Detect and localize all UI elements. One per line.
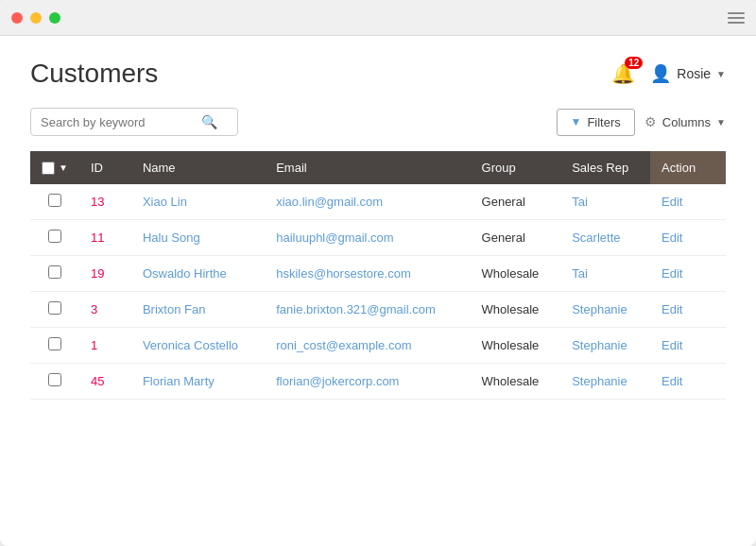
edit-link[interactable]: Edit: [662, 338, 682, 352]
row-group: General: [471, 184, 561, 220]
header-action: Action: [650, 151, 726, 184]
traffic-light-red[interactable]: [11, 12, 23, 24]
row-checkbox-cell: [30, 184, 79, 220]
header-sales-rep: Sales Rep: [560, 151, 650, 184]
user-menu[interactable]: 👤 Rosie ▼: [650, 63, 726, 84]
row-action: Edit: [650, 220, 726, 256]
columns-button[interactable]: ⚙ Columns ▼: [644, 114, 726, 129]
row-email: hskiles@horsestore.com: [265, 256, 470, 292]
row-id: 19: [79, 256, 131, 292]
row-checkbox-2[interactable]: [48, 265, 61, 279]
row-email: fanie.brixton.321@gmail.com: [265, 292, 470, 328]
table-header-row: ▼ ID Name Email Group Sales Rep Action: [30, 151, 726, 184]
row-id: 13: [79, 184, 131, 220]
notification-bell[interactable]: 🔔 12: [611, 62, 635, 85]
edit-link[interactable]: Edit: [662, 230, 682, 245]
hamburger-line: [728, 17, 745, 19]
table-row: 19 Oswaldo Hirthe hskiles@horsestore.com…: [30, 256, 726, 292]
traffic-light-green[interactable]: [49, 12, 60, 24]
row-action: Edit: [650, 256, 726, 292]
customers-table: ▼ ID Name Email Group Sales Rep Action 1…: [30, 151, 726, 400]
header-checkbox-col: ▼: [30, 151, 79, 184]
row-sales-rep: Tai: [560, 256, 650, 292]
table-row: 3 Brixton Fan fanie.brixton.321@gmail.co…: [30, 292, 726, 328]
row-checkbox-4[interactable]: [48, 337, 61, 350]
title-bar: [0, 0, 756, 36]
row-checkbox-cell: [30, 328, 79, 364]
toolbar-right: ▼ Filters ⚙ Columns ▼: [557, 109, 726, 136]
chevron-down-icon: ▼: [716, 69, 726, 79]
header-group: Group: [471, 151, 561, 184]
search-input[interactable]: [41, 115, 201, 129]
edit-link[interactable]: Edit: [662, 374, 682, 388]
row-checkbox-cell: [30, 220, 79, 256]
header-checkbox-chevron-icon[interactable]: ▼: [59, 162, 68, 173]
table-header: ▼ ID Name Email Group Sales Rep Action: [30, 151, 726, 184]
filters-button[interactable]: ▼ Filters: [557, 109, 635, 136]
row-checkbox-5[interactable]: [48, 373, 61, 386]
header-id: ID: [79, 151, 131, 184]
row-action: Edit: [650, 328, 726, 364]
table-row: 11 Halu Song hailuuphl@gmail.com General…: [30, 220, 726, 256]
row-checkbox-cell: [30, 256, 79, 292]
row-sales-rep: Stephanie: [560, 364, 650, 400]
user-name-label: Rosie: [677, 66, 711, 81]
header-actions: 🔔 12 👤 Rosie ▼: [611, 62, 726, 85]
row-email: hailuuphl@gmail.com: [265, 220, 470, 256]
row-sales-rep: Tai: [560, 184, 650, 220]
edit-link[interactable]: Edit: [662, 195, 682, 209]
edit-link[interactable]: Edit: [662, 302, 682, 316]
edit-link[interactable]: Edit: [662, 266, 682, 281]
table-body: 13 Xiao Lin xiao.lin@gmail.com General T…: [30, 184, 726, 400]
row-email: florian@jokercorp.com: [265, 364, 470, 400]
header-email: Email: [265, 151, 470, 184]
table-row: 1 Veronica Costello roni_cost@example.co…: [30, 328, 726, 364]
row-group: Wholesale: [471, 328, 561, 364]
notification-badge: 12: [625, 57, 643, 69]
row-group: Wholesale: [471, 292, 561, 328]
row-action: Edit: [650, 292, 726, 328]
page-title: Customers: [30, 59, 158, 89]
row-name: Halu Song: [131, 220, 265, 256]
row-checkbox-3[interactable]: [48, 301, 61, 315]
app-window: Customers 🔔 12 👤 Rosie ▼ 🔍: [0, 0, 756, 546]
hamburger-line: [728, 12, 745, 14]
row-name: Brixton Fan: [131, 292, 265, 328]
hamburger-menu-icon[interactable]: [728, 12, 745, 24]
row-checkbox-cell: [30, 364, 79, 400]
row-checkbox-1[interactable]: [48, 230, 61, 243]
row-name: Xiao Lin: [131, 184, 265, 220]
table-row: 13 Xiao Lin xiao.lin@gmail.com General T…: [30, 184, 726, 220]
row-group: Wholesale: [471, 256, 561, 292]
columns-chevron-icon: ▼: [716, 117, 726, 128]
row-action: Edit: [650, 184, 726, 220]
toolbar: 🔍 ▼ Filters ⚙ Columns ▼: [30, 108, 726, 136]
gear-icon: ⚙: [644, 114, 657, 129]
row-checkbox-0[interactable]: [48, 194, 61, 207]
row-action: Edit: [650, 364, 726, 400]
row-email: roni_cost@example.com: [265, 328, 470, 364]
row-name: Veronica Costello: [131, 328, 265, 364]
row-email: xiao.lin@gmail.com: [265, 184, 470, 220]
row-name: Oswaldo Hirthe: [131, 256, 265, 292]
row-sales-rep: Scarlette: [560, 220, 650, 256]
header-checkbox-area: ▼: [42, 162, 68, 175]
filters-label: Filters: [587, 115, 620, 129]
user-avatar-icon: 👤: [650, 63, 671, 84]
row-id: 45: [79, 364, 131, 400]
search-box[interactable]: 🔍: [30, 108, 238, 136]
row-id: 11: [79, 220, 131, 256]
row-sales-rep: Stephanie: [560, 292, 650, 328]
row-checkbox-cell: [30, 292, 79, 328]
columns-label: Columns: [662, 115, 711, 129]
main-content: Customers 🔔 12 👤 Rosie ▼ 🔍: [0, 36, 756, 546]
page-header: Customers 🔔 12 👤 Rosie ▼: [30, 59, 726, 89]
traffic-light-yellow[interactable]: [30, 12, 42, 24]
row-group: General: [471, 220, 561, 256]
row-sales-rep: Stephanie: [560, 328, 650, 364]
header-name: Name: [131, 151, 265, 184]
row-id: 3: [79, 292, 131, 328]
select-all-checkbox[interactable]: [42, 162, 55, 175]
search-icon: 🔍: [201, 114, 217, 129]
row-group: Wholesale: [471, 364, 561, 400]
